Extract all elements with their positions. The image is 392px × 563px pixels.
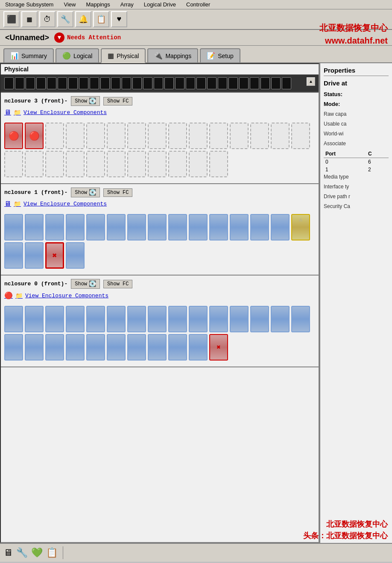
enc3-drive-18[interactable] — [66, 151, 85, 177]
enc3-drive-11[interactable] — [230, 123, 249, 149]
enc1-drive-8[interactable] — [168, 214, 187, 240]
enc0-drive-3[interactable] — [66, 306, 85, 332]
enc0-drive-4[interactable] — [86, 306, 105, 332]
enc3-drive-9[interactable] — [189, 123, 208, 149]
enc3-drive-13[interactable] — [271, 123, 290, 149]
enclosure-3-show-fc-btn[interactable]: Show FC — [103, 97, 132, 106]
status-icon-0[interactable]: 🖥 — [3, 547, 13, 559]
enc3-drive-7[interactable] — [148, 123, 167, 149]
menu-logical-drive[interactable]: Logical Drive — [142, 1, 178, 8]
status-icon-3[interactable]: 📋 — [46, 547, 58, 559]
enc3-drive-16[interactable] — [25, 151, 44, 177]
menu-controller[interactable]: Controller — [184, 1, 212, 8]
enc3-drive-21[interactable] — [127, 151, 146, 177]
toolbar-btn-0[interactable]: ⬛ — [3, 11, 20, 27]
enc3-drive-8[interactable] — [168, 123, 187, 149]
enc1-drive-9[interactable] — [189, 214, 208, 240]
enc1-drive-18[interactable] — [66, 242, 85, 269]
enc0-drive-21[interactable] — [127, 334, 146, 361]
enc3-drive-14[interactable] — [291, 123, 310, 149]
tab-physical[interactable]: ▦ Physical — [101, 48, 146, 63]
enc1-drive-2[interactable] — [45, 214, 64, 240]
tab-logical[interactable]: 🟢 Logical — [56, 48, 99, 62]
enc3-drive-24[interactable] — [189, 151, 208, 177]
enc1-drive-10[interactable] — [209, 214, 228, 240]
enc3-drive-2[interactable] — [45, 123, 64, 149]
menu-storage-subsystem[interactable]: Storage Subsystem — [3, 1, 55, 8]
enc0-drive-6[interactable] — [127, 306, 146, 332]
enc1-drive-13[interactable] — [271, 214, 290, 240]
menu-view[interactable]: View — [62, 1, 77, 8]
physical-content[interactable]: ▲ nclosure 3 (front)- Show 💽 Show FC 🖥 — [1, 75, 319, 541]
enc0-drive-19[interactable] — [86, 334, 105, 361]
enc0-drive-9[interactable] — [189, 306, 208, 332]
scroll-up-btn[interactable]: ▲ — [307, 77, 315, 86]
enc0-drive-22[interactable] — [148, 334, 167, 361]
enc3-drive-10[interactable] — [209, 123, 228, 149]
enclosure-1-show-disk-btn[interactable]: Show 💽 — [71, 188, 100, 197]
enc3-drive-0[interactable]: 🔴 — [4, 123, 23, 149]
enc0-drive-1[interactable] — [25, 306, 44, 332]
enc3-drive-20[interactable] — [107, 151, 126, 177]
enc0-drive-25[interactable]: ✖ — [209, 334, 228, 361]
enclosure-0-view-components[interactable]: 🔴 📁 View Enclosure Components — [4, 291, 315, 300]
toolbar-btn-4[interactable]: 🔔 — [75, 11, 91, 27]
menu-array[interactable]: Array — [119, 1, 135, 8]
enc1-drive-1[interactable] — [25, 214, 44, 240]
enc0-drive-5[interactable] — [107, 306, 126, 332]
enc3-drive-15[interactable] — [4, 151, 23, 177]
enc0-drive-20[interactable] — [107, 334, 126, 361]
enc0-drive-10[interactable] — [209, 306, 228, 332]
toolbar-btn-1[interactable]: ▦ — [21, 11, 38, 27]
enc0-drive-15[interactable] — [4, 334, 23, 361]
enc1-drive-0[interactable] — [4, 214, 23, 240]
toolbar-btn-5[interactable]: 📋 — [93, 11, 109, 27]
enc0-drive-14[interactable] — [291, 306, 310, 332]
enc1-drive-3[interactable] — [66, 214, 85, 240]
status-icon-1[interactable]: 🔧 — [16, 547, 28, 559]
toolbar-btn-6[interactable]: ♥ — [111, 11, 127, 27]
enc3-drive-12[interactable] — [250, 123, 269, 149]
enclosure-3-view-components[interactable]: 🖥 📁 View Enclosure Components — [4, 108, 315, 117]
enc1-drive-6[interactable] — [127, 214, 146, 240]
enc3-drive-1[interactable]: 🔴 — [25, 123, 44, 149]
enc0-drive-7[interactable] — [148, 306, 167, 332]
enc3-drive-17[interactable] — [45, 151, 64, 177]
enc3-drive-6[interactable] — [127, 123, 146, 149]
enc1-drive-11[interactable] — [230, 214, 249, 240]
enc3-drive-25[interactable] — [209, 151, 228, 177]
enc0-drive-17[interactable] — [45, 334, 64, 361]
toolbar-btn-3[interactable]: 🔧 — [57, 11, 73, 27]
enc0-drive-13[interactable] — [271, 306, 290, 332]
enc3-drive-3[interactable] — [66, 123, 85, 149]
enclosure-0-show-disk-btn[interactable]: Show 💽 — [71, 279, 100, 289]
enclosure-1-view-components[interactable]: 🖥 📁 View Enclosure Components — [4, 200, 315, 208]
enc0-drive-0[interactable] — [4, 306, 23, 332]
enc0-drive-23[interactable] — [168, 334, 187, 361]
enclosure-1-show-fc-btn[interactable]: Show FC — [103, 188, 132, 197]
status-icon-2[interactable]: 💚 — [31, 547, 43, 559]
enc3-drive-23[interactable] — [168, 151, 187, 177]
tab-summary[interactable]: 📊 Summary — [3, 48, 54, 62]
enc0-drive-8[interactable] — [168, 306, 187, 332]
enc1-drive-4[interactable] — [86, 214, 105, 240]
enclosure-0-show-fc-btn[interactable]: Show FC — [103, 280, 132, 288]
enc0-drive-12[interactable] — [250, 306, 269, 332]
menu-mappings[interactable]: Mappings — [84, 1, 111, 8]
enc3-drive-19[interactable] — [86, 151, 105, 177]
enclosure-3-show-disk-btn[interactable]: Show 💽 — [71, 96, 100, 106]
enc0-drive-11[interactable] — [230, 306, 249, 332]
toolbar-btn-2[interactable]: ⏱ — [39, 11, 56, 27]
enc0-drive-2[interactable] — [45, 306, 64, 332]
enc3-drive-22[interactable] — [148, 151, 167, 177]
enc0-drive-18[interactable] — [66, 334, 85, 361]
enc1-drive-14[interactable]: ⚠ — [291, 214, 310, 240]
enc3-drive-5[interactable] — [107, 123, 126, 149]
enc1-drive-12[interactable] — [250, 214, 269, 240]
enc1-drive-5[interactable] — [107, 214, 126, 240]
enc1-drive-17[interactable]: ✖ — [45, 242, 64, 269]
enc1-drive-16[interactable] — [25, 242, 44, 269]
tab-mappings[interactable]: 🔌 Mappings — [147, 48, 198, 62]
enc3-drive-4[interactable] — [86, 123, 105, 149]
tab-setup[interactable]: 📝 Setup — [200, 48, 240, 62]
